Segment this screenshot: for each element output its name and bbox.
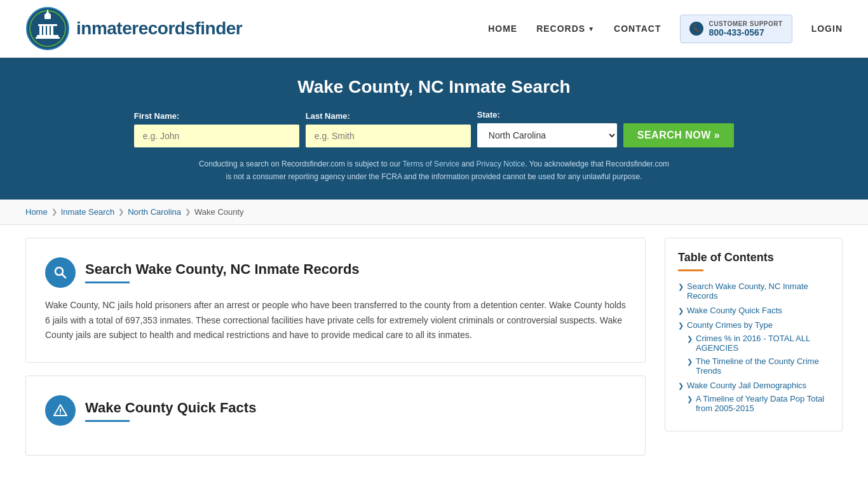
state-field-group: State: AlabamaAlaskaArizonaArkansasCalif… bbox=[477, 110, 617, 147]
breadcrumb-north-carolina[interactable]: North Carolina bbox=[128, 207, 181, 217]
left-content: Search Wake County, NC Inmate Records Wa… bbox=[25, 238, 665, 468]
toc-sublist-1: ❯ Crimes % in 2016 - TOTAL ALL AGENCIES … bbox=[678, 334, 829, 376]
logo-area: inmaterecordsfinder bbox=[25, 6, 242, 51]
svg-line-14 bbox=[62, 274, 66, 278]
toc-list: ❯ Search Wake County, NC Inmate Records … bbox=[678, 281, 829, 413]
card1-title: Search Wake County, NC Inmate Records bbox=[85, 261, 360, 278]
card2-underline bbox=[85, 420, 130, 422]
warning-icon-circle bbox=[45, 395, 76, 426]
last-name-label: Last Name: bbox=[306, 111, 350, 121]
chevron-right-icon: ❯ bbox=[678, 307, 684, 315]
chevron-right-icon: ❯ bbox=[687, 358, 693, 366]
support-number: 800-433-0567 bbox=[709, 27, 782, 37]
first-name-field-group: First Name: bbox=[134, 111, 299, 147]
hero-disclaimer: Conducting a search on Recordsfinder.com… bbox=[196, 158, 672, 184]
nav-login[interactable]: LOGIN bbox=[811, 24, 843, 34]
headset-icon: 📞 bbox=[689, 22, 703, 36]
card1-header: Search Wake County, NC Inmate Records bbox=[45, 257, 626, 288]
state-select[interactable]: AlabamaAlaskaArizonaArkansasCaliforniaCo… bbox=[477, 123, 617, 147]
state-label: State: bbox=[477, 110, 500, 119]
toc-divider bbox=[678, 269, 703, 271]
first-name-input[interactable] bbox=[134, 125, 299, 147]
toc-link-4[interactable]: ❯ Wake County Jail Demographics bbox=[678, 381, 829, 390]
svg-rect-10 bbox=[37, 35, 58, 37]
toc-link-1[interactable]: ❯ Search Wake County, NC Inmate Records bbox=[678, 281, 829, 301]
card2-header: Wake County Quick Facts bbox=[45, 395, 626, 426]
hero-title: Wake County, NC Inmate Search bbox=[25, 77, 843, 97]
breadcrumb-sep-2: ❯ bbox=[118, 208, 124, 216]
hero-section: Wake County, NC Inmate Search First Name… bbox=[0, 58, 868, 200]
logo-icon bbox=[25, 6, 70, 51]
card-inmate-records: Search Wake County, NC Inmate Records Wa… bbox=[25, 238, 646, 363]
toc-subitem-1: ❯ Crimes % in 2016 - TOTAL ALL AGENCIES bbox=[687, 334, 829, 353]
breadcrumb: Home ❯ Inmate Search ❯ North Carolina ❯ … bbox=[0, 200, 868, 225]
svg-rect-7 bbox=[43, 26, 46, 35]
toc-card: Table of Contents ❯ Search Wake County, … bbox=[665, 238, 843, 431]
chevron-right-icon: ❯ bbox=[678, 382, 684, 390]
toc-sublist-2: ❯ A Timeline of Yearly Data Pop Total fr… bbox=[678, 394, 829, 413]
nav-home[interactable]: HOME bbox=[488, 24, 517, 34]
nav-contact[interactable]: CONTACT bbox=[614, 24, 661, 34]
svg-rect-4 bbox=[47, 11, 49, 14]
terms-link[interactable]: Terms of Service bbox=[403, 159, 459, 168]
right-sidebar: Table of Contents ❯ Search Wake County, … bbox=[665, 238, 843, 468]
svg-rect-5 bbox=[38, 24, 57, 26]
svg-rect-11 bbox=[36, 37, 60, 39]
card-quick-facts: Wake County Quick Facts bbox=[25, 376, 646, 456]
chevron-right-icon: ❯ bbox=[687, 335, 693, 343]
toc-sublink-3[interactable]: ❯ A Timeline of Yearly Data Pop Total fr… bbox=[687, 394, 829, 413]
logo-text: inmaterecordsfinder bbox=[76, 18, 242, 39]
svg-rect-8 bbox=[47, 26, 50, 35]
last-name-input[interactable] bbox=[306, 125, 471, 147]
card2-title: Wake County Quick Facts bbox=[85, 400, 256, 416]
main-content: Search Wake County, NC Inmate Records Wa… bbox=[0, 225, 868, 481]
toc-link-3[interactable]: ❯ County Crimes by Type bbox=[678, 320, 829, 330]
toc-item-1: ❯ Search Wake County, NC Inmate Records bbox=[678, 281, 829, 301]
chevron-right-icon: ❯ bbox=[687, 395, 693, 403]
header: inmaterecordsfinder HOME RECORDS ▼ CONTA… bbox=[0, 0, 868, 58]
first-name-label: First Name: bbox=[134, 111, 180, 121]
search-form: First Name: Last Name: State: AlabamaAla… bbox=[25, 110, 843, 147]
svg-rect-6 bbox=[39, 26, 42, 35]
chevron-right-icon: ❯ bbox=[678, 283, 684, 291]
support-label: CUSTOMER SUPPORT bbox=[709, 20, 782, 27]
search-button[interactable]: SEARCH NOW » bbox=[623, 123, 734, 147]
svg-rect-9 bbox=[51, 26, 53, 35]
breadcrumb-inmate-search[interactable]: Inmate Search bbox=[61, 207, 115, 217]
svg-point-16 bbox=[60, 413, 61, 414]
breadcrumb-sep-3: ❯ bbox=[185, 208, 191, 216]
search-icon bbox=[53, 265, 68, 280]
toc-link-2[interactable]: ❯ Wake County Quick Facts bbox=[678, 306, 829, 315]
nav-records[interactable]: RECORDS ▼ bbox=[536, 24, 595, 34]
chevron-right-icon: ❯ bbox=[678, 322, 684, 330]
nav: HOME RECORDS ▼ CONTACT 📞 CUSTOMER SUPPOR… bbox=[488, 15, 843, 43]
privacy-link[interactable]: Privacy Notice bbox=[477, 159, 526, 168]
breadcrumb-home[interactable]: Home bbox=[25, 207, 48, 217]
toc-title: Table of Contents bbox=[678, 251, 829, 264]
card1-body: Wake County, NC jails hold prisoners aft… bbox=[45, 298, 626, 343]
toc-item-3: ❯ County Crimes by Type ❯ Crimes % in 20… bbox=[678, 320, 829, 376]
breadcrumb-wake-county: Wake County bbox=[194, 207, 244, 217]
last-name-field-group: Last Name: bbox=[306, 111, 471, 147]
toc-item-2: ❯ Wake County Quick Facts bbox=[678, 306, 829, 315]
search-icon-circle bbox=[45, 257, 76, 288]
breadcrumb-sep-1: ❯ bbox=[51, 208, 57, 216]
toc-item-4: ❯ Wake County Jail Demographics ❯ A Time… bbox=[678, 381, 829, 413]
warning-icon bbox=[53, 403, 68, 418]
toc-subitem-3: ❯ A Timeline of Yearly Data Pop Total fr… bbox=[687, 394, 829, 413]
toc-subitem-2: ❯ The Timeline of the County Crime Trend… bbox=[687, 356, 829, 376]
toc-sublink-1[interactable]: ❯ Crimes % in 2016 - TOTAL ALL AGENCIES bbox=[687, 334, 829, 353]
customer-support-button[interactable]: 📞 CUSTOMER SUPPORT 800-433-0567 bbox=[680, 15, 792, 43]
toc-sublink-2[interactable]: ❯ The Timeline of the County Crime Trend… bbox=[687, 356, 829, 376]
chevron-down-icon: ▼ bbox=[588, 25, 595, 32]
card1-underline bbox=[85, 281, 130, 283]
